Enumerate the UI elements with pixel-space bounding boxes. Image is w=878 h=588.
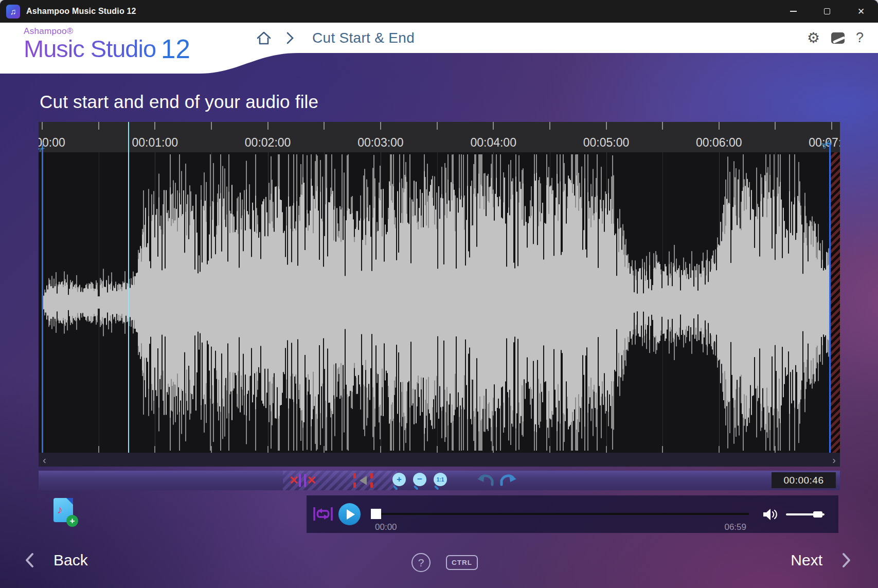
home-icon[interactable]	[256, 30, 272, 46]
seek-track[interactable]	[376, 513, 749, 515]
ruler-tick	[606, 122, 607, 130]
settings-gear-icon[interactable]: ⚙	[807, 31, 820, 45]
zoom-out-icon: −	[413, 473, 426, 486]
maximize-button[interactable]	[810, 0, 844, 23]
volume-icon[interactable]	[762, 507, 779, 522]
cut-before-marker-button[interactable]: ✕	[289, 474, 301, 487]
zoom-out-button[interactable]: −	[413, 473, 428, 488]
cut-end-marker[interactable]	[829, 142, 831, 453]
maximize-icon	[824, 8, 830, 14]
ruler-label: 00:02:00	[245, 136, 291, 150]
zoom-in-icon: +	[392, 473, 406, 486]
ruler-tick	[324, 122, 325, 130]
chevron-right-icon	[842, 553, 851, 568]
speaker-icon	[360, 476, 367, 485]
waveform-canvas[interactable]	[39, 152, 840, 453]
ruler-label: 00:05:00	[583, 136, 630, 150]
volume-slider[interactable]	[786, 513, 825, 515]
app-icon: ♫	[6, 5, 20, 19]
file-fold-icon	[66, 498, 73, 505]
ruler-tick	[549, 122, 550, 130]
ruler-label: 00:01:00	[132, 136, 178, 150]
scroll-left-icon[interactable]: ‹	[43, 455, 46, 465]
undo-button[interactable]	[477, 473, 495, 488]
edit-toolbar: ✕ ✕ + − 1:1	[39, 471, 840, 490]
ruler-tick	[98, 122, 99, 130]
ruler-tick	[719, 122, 720, 130]
ruler-tick	[662, 122, 663, 130]
mute-selection-button[interactable]	[353, 473, 373, 488]
ruler-tick	[380, 122, 381, 130]
page-title: Cut start and end of your audio file	[40, 92, 318, 112]
zoom-1-1-icon: 1:1	[434, 473, 447, 486]
player-bar: 00:00 06:59	[307, 495, 838, 533]
marker-bar-icon	[299, 474, 301, 487]
seek-thumb[interactable]	[371, 509, 381, 519]
waveform-scrollbar[interactable]: ‹ ›	[39, 453, 840, 467]
redo-button[interactable]	[498, 473, 517, 488]
minimize-button[interactable]	[776, 0, 810, 23]
ruler-label: 00:04:00	[470, 136, 516, 150]
add-audio-file-button[interactable]: ♪ +	[53, 498, 78, 528]
breadcrumb-page: Cut Start & End	[312, 30, 415, 46]
ruler-tick	[267, 122, 268, 130]
shortcut-help-button[interactable]: ?	[411, 553, 431, 572]
back-button[interactable]: Back	[25, 551, 88, 569]
volume-thumb[interactable]	[813, 511, 822, 518]
minimize-icon	[790, 11, 797, 12]
time-ruler[interactable]: 00:00:0000:01:0000:02:0000:03:0000:04:00…	[39, 122, 840, 152]
ruler-label: 00:06:00	[696, 136, 742, 150]
ruler-tick	[493, 122, 494, 130]
back-label: Back	[53, 551, 88, 569]
zoom-in-button[interactable]: +	[392, 473, 408, 488]
cut-x-icon: ✕	[289, 475, 298, 486]
ruler-tick	[42, 122, 43, 130]
header-actions: ⚙ ?	[807, 23, 864, 53]
plus-icon: +	[66, 515, 78, 527]
brand-name: Music Studio	[24, 37, 156, 61]
loop-button[interactable]	[313, 505, 333, 523]
help-icon[interactable]: ?	[856, 30, 864, 46]
close-icon: ✕	[857, 6, 865, 17]
cursor-time-display: 00:00:46	[772, 472, 836, 488]
chevron-right-icon	[286, 32, 294, 44]
feedback-icon[interactable]	[831, 32, 845, 44]
ctrl-key-badge: CTRL	[446, 555, 478, 570]
selection-edge-icon	[353, 473, 356, 488]
marker-bar-icon	[304, 474, 306, 487]
ruler-tick	[437, 122, 438, 130]
selection-edge-icon	[370, 473, 373, 488]
titlebar: ♫ Ashampoo Music Studio 12 ✕	[0, 0, 878, 23]
scroll-right-icon[interactable]: ›	[832, 455, 836, 465]
cut-after-marker-button[interactable]: ✕	[303, 474, 316, 487]
hint-group: ? CTRL	[411, 553, 478, 572]
ruler-tick	[775, 122, 776, 130]
next-button[interactable]: Next	[791, 551, 851, 569]
cut-start-marker[interactable]	[42, 142, 43, 453]
play-button[interactable]	[338, 503, 361, 525]
zoom-reset-button[interactable]: 1:1	[434, 473, 449, 488]
music-note-icon: ♪	[57, 503, 63, 516]
close-button[interactable]: ✕	[844, 0, 878, 23]
ruler-tick	[211, 122, 212, 130]
next-label: Next	[791, 551, 822, 569]
brand-logo: Ashampoo® Music Studio12	[24, 27, 190, 62]
ruler-label: 00:03:00	[357, 136, 404, 150]
waveform-editor: 00:00:0000:01:0000:02:0000:03:0000:04:00…	[39, 122, 840, 467]
chevron-left-icon	[25, 553, 34, 568]
app-window: ♫ Ashampoo Music Studio 12 ✕ Ashampoo® M…	[0, 0, 878, 588]
playhead-cursor[interactable]	[128, 122, 129, 453]
app-title: Ashampoo Music Studio 12	[26, 7, 136, 16]
waveform-area[interactable]	[39, 152, 840, 453]
ruler-tick	[831, 122, 832, 130]
play-icon	[347, 509, 355, 520]
elapsed-time: 00:00	[375, 522, 397, 532]
breadcrumb: Cut Start & End	[256, 23, 415, 53]
ruler-tick	[154, 122, 155, 130]
brand-version: 12	[161, 34, 190, 64]
duration-time: 06:59	[715, 522, 746, 532]
window-controls: ✕	[776, 0, 878, 23]
cut-x-icon: ✕	[307, 475, 316, 486]
trimmed-region	[831, 152, 840, 453]
